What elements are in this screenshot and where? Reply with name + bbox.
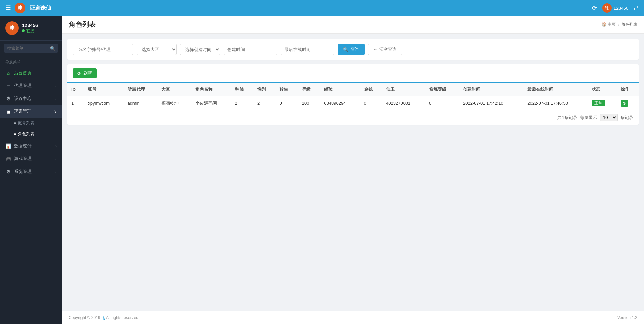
home-icon: ⌂ [5,70,11,76]
col-last-online: 最后在线时间 [523,83,588,96]
cell-last_online: 2022-07-01 17:46:50 [523,96,588,110]
cell-reborn: 0 [275,96,298,110]
cell-gender: 2 [253,96,275,110]
role-table: ID 账号 所属代理 大区 角色名称 种族 性别 转生 等级 经验 金钱 仙玉 [67,83,639,110]
app-title: 证道诛仙 [30,5,51,12]
col-created: 创建时间 [459,83,523,96]
sidebar-item-game[interactable]: 🎮 游戏管理 › [0,152,62,165]
col-race: 种族 [231,83,253,96]
id-filter-input[interactable] [73,44,133,55]
col-account: 账号 [84,83,123,96]
cell-status: 正常 [588,96,616,110]
content-body: 选择大区 选择创建时间 🔍 查询 ✏ 清空查询 [62,34,644,311]
status-dot [22,29,25,32]
sidebar-label-dashboard: 后台首页 [14,70,32,76]
sidebar-username: 123456 [22,23,38,28]
agent-icon: ☰ [5,83,11,88]
clear-icon: ✏ [374,47,377,52]
sidebar-sub-role-list[interactable]: 角色列表 [0,129,62,140]
col-action: 操作 [616,83,639,96]
refresh-button[interactable]: ⟳ 刷新 [73,68,97,78]
region-filter-select[interactable]: 选择大区 [137,44,177,55]
chevron-right-icon-5: › [55,170,57,174]
breadcrumb-separator: › [618,22,619,27]
per-page-select[interactable]: 10 20 50 100 [600,114,618,121]
col-region: 大区 [157,83,191,96]
chevron-right-icon-2: › [55,96,57,101]
footer-copyright: Copyright © 2019 {}. All rights reserved… [69,315,139,320]
cell-account: xpymwcom [84,96,123,110]
action-button[interactable]: $ [621,100,628,107]
nav-label: 导航菜单 [0,56,62,67]
sidebar-sub-label-account: 账号列表 [18,120,34,126]
chevron-down-icon: ∨ [54,109,57,114]
sidebar-search[interactable]: 🔍 [0,41,62,56]
col-exp: 经验 [320,83,360,96]
cell-agent: admin [123,96,157,110]
sub-dot-account [14,122,16,124]
cell-level: 100 [298,96,320,110]
sidebar-label-agent: 代理管理 [14,83,32,89]
table-body: 1xpymwcomadmin福满乾坤小皮源码网22010063489629404… [67,96,639,110]
system-icon: ⚙ [5,169,11,174]
share-icon[interactable]: ⇄ [634,4,639,12]
sidebar-user: 诛 123456 在线 [0,16,62,41]
sidebar-item-dashboard[interactable]: ⌂ 后台首页 [0,67,62,79]
chevron-right-icon: › [55,84,57,88]
sidebar-sub-label-role: 角色列表 [18,131,34,137]
col-agent: 所属代理 [123,83,157,96]
sidebar-item-system[interactable]: ⚙ 系统管理 › [0,165,62,178]
clear-button[interactable]: ✏ 清空查询 [368,44,402,55]
table-toolbar: ⟳ 刷新 [67,64,639,83]
sidebar-sub-account-list[interactable]: 账号列表 [0,118,62,129]
header-avatar: 诛 [602,3,612,13]
sidebar-avatar: 诛 [5,21,19,35]
sidebar-label-settings: 设置中心 [14,95,32,102]
sidebar-item-settings[interactable]: ⚙ 设置中心 › [0,92,62,105]
query-button[interactable]: 🔍 查询 [338,44,365,55]
col-train: 修炼等级 [425,83,459,96]
col-money: 金钱 [360,83,382,96]
sidebar-item-agent[interactable]: ☰ 代理管理 › [0,79,62,92]
breadcrumb: 🏠 主页 › 角色列表 [602,22,637,27]
header-username: 123456 [614,6,628,11]
breadcrumb-current: 角色列表 [621,22,637,27]
menu-toggle-icon[interactable]: ☰ [5,4,11,12]
header-user: 诛 123456 [602,3,628,13]
settings-icon: ⚙ [5,96,11,101]
sidebar-item-player[interactable]: ▣ 玩家管理 ∨ [0,105,62,118]
sidebar: 诛 123456 在线 🔍 导航菜单 ⌂ 后台首页 ☰ [0,16,62,324]
chevron-right-icon-3: › [55,144,57,148]
time-filter-select[interactable]: 选择创建时间 [180,44,220,55]
page-title: 角色列表 [69,20,96,29]
col-gender: 性别 [253,83,275,96]
cell-role_name: 小皮源码网 [191,96,231,110]
content-area: 角色列表 🏠 主页 › 角色列表 选择大区 选择创建时间 🔍 [62,16,644,324]
created-time-input[interactable] [224,44,277,55]
table-footer: 共1条记录 每页显示 10 20 50 100 条记录 [67,110,639,125]
footer: Copyright © 2019 {}. All rights reserved… [62,311,644,324]
cell-action: $ [616,96,639,110]
cell-race: 2 [231,96,253,110]
record-suffix: 条记录 [620,115,633,121]
table-row: 1xpymwcomadmin福满乾坤小皮源码网22010063489629404… [67,96,639,110]
cell-jade: 4023270001 [382,96,425,110]
footer-link[interactable]: {}. [101,315,105,320]
total-records: 共1条记录 [557,115,577,121]
refresh-icon[interactable]: ⟳ [592,4,597,12]
main-layout: 诛 123456 在线 🔍 导航菜单 ⌂ 后台首页 ☰ [0,16,644,324]
sidebar-user-info: 123456 在线 [22,23,38,34]
search-icon-btn: 🔍 [343,47,348,52]
app-logo: 诛 [15,3,25,13]
sidebar-label-stats: 数据统计 [14,143,32,149]
sidebar-item-stats[interactable]: 📊 数据统计 › [0,140,62,152]
cell-exp: 634896294 [320,96,360,110]
footer-version: Version 1.2 [617,315,637,320]
breadcrumb-home[interactable]: 🏠 主页 [602,22,616,27]
sidebar-label-player: 玩家管理 [14,108,32,114]
header-right: ⟳ 诛 123456 ⇄ [592,3,639,13]
chevron-right-icon-4: › [55,157,57,161]
player-icon: ▣ [5,109,11,114]
last-online-input[interactable] [281,44,334,55]
content-header: 角色列表 🏠 主页 › 角色列表 [62,16,644,34]
